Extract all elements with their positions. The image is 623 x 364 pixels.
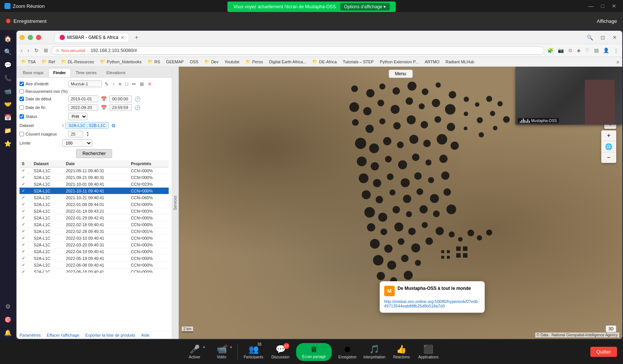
- tab-elevations[interactable]: Elevations: [102, 68, 130, 77]
- map-zoom-in-btn[interactable]: +: [601, 130, 616, 141]
- extensions-icon[interactable]: 🧩: [546, 47, 555, 54]
- date-debut-calendar-icon[interactable]: 📅: [100, 96, 108, 102]
- table-row[interactable]: ✓ S2A-L1C 2022-06-18 09:40:41 CCN=000%: [19, 269, 169, 273]
- recouvrement-checkbox[interactable]: [19, 89, 24, 94]
- sidebar-phone-icon[interactable]: 📞: [2, 72, 14, 84]
- browser-search-icon[interactable]: 🔍: [584, 34, 595, 41]
- taskbar-interpret-group[interactable]: 🎵 Interprétation: [363, 345, 386, 359]
- bookmark-tutorials[interactable]: Tutorials – STEP: [341, 59, 375, 65]
- couvert-checkbox[interactable]: [19, 132, 24, 136]
- bookmark-python-ext[interactable]: Python Extension P...: [378, 59, 420, 65]
- affichage-btn[interactable]: Affichage: [597, 18, 617, 24]
- back-btn[interactable]: ‹: [19, 47, 24, 54]
- date-fin-calendar-icon[interactable]: 📅: [100, 104, 108, 111]
- time-fin-clock-icon[interactable]: 🕐: [133, 104, 142, 111]
- bookmark-perso[interactable]: 📁Perso: [244, 58, 265, 65]
- table-row[interactable]: ✓ S2A-L1C 2022-01-19 09:43:21 CCN=003%: [19, 208, 169, 215]
- limite-select[interactable]: 100: [62, 139, 92, 147]
- video-expand-icon[interactable]: ▲: [229, 345, 233, 349]
- sidebar-contacts-icon[interactable]: 🤝: [2, 98, 14, 110]
- map-3d-badge[interactable]: 3D: [606, 325, 616, 332]
- forward-btn[interactable]: ›: [25, 47, 31, 54]
- table-row[interactable]: ✓ S2A-L1C 2021-10-21 09:40:41 CCN=060%: [19, 194, 169, 201]
- taskbar-share-group[interactable]: 🖥 Écran partagé: [296, 343, 332, 361]
- browser-minimize-btn[interactable]: [19, 35, 25, 40]
- table-row[interactable]: ✓ S2A-L1C 2022-05-19 09:40:41 CCN=000%: [19, 255, 169, 262]
- profile-icon[interactable]: 👤: [602, 47, 611, 54]
- nav-extra2-icon[interactable]: ◈: [575, 47, 582, 54]
- map-zoom-out-btn[interactable]: −: [601, 152, 616, 163]
- table-row[interactable]: ✓ S2A-L1C 2021-09-21 09:40:31 CCN=000%: [19, 174, 169, 181]
- address-bar[interactable]: ⚠ Non sécurisé 192.168.2.101:50080/#: [51, 46, 544, 55]
- zoom-close-btn[interactable]: ✕: [610, 2, 619, 10]
- table-row[interactable]: ✓ S2A-L1C 2021-09-11 09:40:31 CCN=000%: [19, 167, 169, 174]
- table-row[interactable]: ✓ S2A-L1C 2022-02-28 09:40:31 CCN=001%: [19, 228, 169, 235]
- sidebar-search-icon[interactable]: 🔍: [2, 46, 14, 58]
- bookmark-geemap[interactable]: GEEMAP: [165, 59, 185, 65]
- table-row[interactable]: ✓ S2A-L1C 2022-03-20 09:40:31 CCN=000%: [19, 242, 169, 248]
- screenshot-icon[interactable]: 📷: [556, 47, 565, 54]
- sidebar-video-icon[interactable]: 📹: [2, 85, 14, 97]
- bookmark-artmo[interactable]: ARTMO: [423, 59, 441, 65]
- dataset-info-icon[interactable]: ℹ: [62, 123, 64, 128]
- footer-params-link[interactable]: Paramètres: [19, 333, 41, 337]
- time-fin-input[interactable]: [109, 104, 132, 111]
- aire-pencil-icon[interactable]: ✏: [131, 81, 137, 87]
- sidebar-chat-icon[interactable]: 💬: [2, 59, 14, 71]
- bookmark-youtube[interactable]: Youtube: [223, 59, 241, 65]
- browser-new-tab-btn[interactable]: +: [132, 33, 141, 42]
- bookmark-tsa[interactable]: 📁TSA: [19, 58, 37, 65]
- bookmark-digital-earth[interactable]: Digital Earth Africa...: [268, 59, 308, 65]
- time-debut-clock-icon[interactable]: 🕐: [133, 96, 142, 102]
- refresh-btn[interactable]: ↻: [33, 47, 40, 54]
- browser-close-btn[interactable]: [36, 35, 41, 40]
- table-row[interactable]: ✓ S2A-L1C 2022-06-08 09:40:41 CCN=000%: [19, 262, 169, 269]
- browser-maximize-btn[interactable]: [28, 35, 33, 40]
- taskbar-participants-group[interactable]: 👥 38 Participants: [242, 345, 265, 359]
- footer-export-link[interactable]: Exporter la liste de produits: [85, 333, 135, 337]
- footer-help-link[interactable]: Aide: [141, 333, 150, 337]
- map-menu-btn[interactable]: Menu: [388, 70, 412, 78]
- tab-finder[interactable]: Finder: [48, 68, 71, 77]
- bookmark-rs[interactable]: 📁RS: [146, 58, 162, 65]
- grid-btn[interactable]: ⊞: [42, 47, 50, 54]
- browser-restore-icon[interactable]: ⊡: [598, 34, 607, 41]
- taskbar-discussion-group[interactable]: 💬 67 Discussion: [269, 345, 292, 359]
- bookmark-de-africa[interactable]: 📁DE-Africa: [311, 58, 338, 65]
- dataset-config-icon[interactable]: ⚙: [110, 122, 117, 129]
- couvert-spinner[interactable]: ▲ ▼: [85, 131, 90, 137]
- bookmark-more-btn[interactable]: »: [616, 59, 619, 65]
- bookmark-dev[interactable]: 📁Dev: [203, 58, 220, 65]
- bookmark-python-notebooks[interactable]: 📁Python_Notebooks: [99, 58, 143, 65]
- table-row[interactable]: ✓ S2A-L1C 2022-01-29 09:42:41 CCN=000%: [19, 215, 169, 221]
- date-debut-checkbox[interactable]: [19, 97, 24, 101]
- screen-share-options-btn[interactable]: Options d'affichage ▾: [340, 3, 389, 10]
- aire-delete-icon[interactable]: ✕: [147, 81, 153, 87]
- aire-expand-icon[interactable]: ⊞: [139, 81, 145, 87]
- zoom-maximize-btn[interactable]: □: [599, 2, 607, 10]
- taskbar-record-group[interactable]: ⏺ Enregistrer: [336, 345, 359, 359]
- table-row[interactable]: ✓ S2A-L1C 2022-04-19 09:40:41 CCN=000%: [19, 248, 169, 255]
- zoom-minimize-btn[interactable]: —: [586, 2, 596, 10]
- taskbar-reactions-group[interactable]: 👍 Réactions: [390, 345, 413, 359]
- search-button[interactable]: Rechercher: [76, 149, 112, 158]
- tab-time-series[interactable]: Time series: [71, 68, 102, 77]
- nav-extra-icon[interactable]: ⊙: [567, 47, 574, 54]
- activate-expand-icon[interactable]: ▲: [202, 345, 206, 349]
- bookmark-dl-resources[interactable]: 📁DL-Resources: [60, 58, 96, 65]
- bookmark-radiant[interactable]: Radiant MLHub: [444, 59, 475, 65]
- aire-draw-icon[interactable]: □: [124, 81, 129, 87]
- date-fin-checkbox[interactable]: [19, 105, 24, 110]
- aire-edit-icon[interactable]: ✎: [103, 81, 110, 87]
- taskbar-video-group[interactable]: 📹⊘ Vidéo ▲: [210, 345, 233, 359]
- aire-upload-icon[interactable]: ↑: [111, 81, 116, 87]
- time-debut-input[interactable]: [109, 95, 132, 102]
- sidebar-apps-icon[interactable]: 🎯: [2, 314, 14, 325]
- couvert-down-btn[interactable]: ▼: [85, 134, 90, 137]
- aire-checkbox[interactable]: [19, 82, 24, 86]
- browser-win-close-icon[interactable]: ✕: [610, 34, 619, 41]
- date-debut-input[interactable]: [68, 95, 98, 102]
- quit-button[interactable]: Quitter: [590, 347, 617, 357]
- bookmark-oss[interactable]: OSS: [188, 59, 200, 65]
- table-row[interactable]: ✓ S2A-L1C 2022-01-09 09:44:01 CCN=000%: [19, 201, 169, 208]
